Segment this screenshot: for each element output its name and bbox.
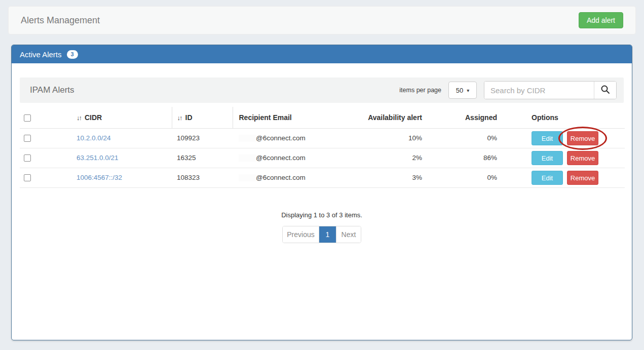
sort-icon[interactable]: ↓↑: [77, 114, 81, 122]
active-alerts-panel: Active Alerts 3 IPAM Alerts items per pa…: [11, 45, 632, 340]
redacted-email-user: [239, 154, 256, 162]
availability-value: 2%: [355, 148, 426, 168]
availability-value: 3%: [355, 168, 426, 187]
items-per-page-value: 50: [456, 87, 463, 94]
count-badge: 3: [67, 50, 78, 59]
cidr-link[interactable]: 10.2.0.0/24: [77, 134, 111, 142]
table-header-row: ↓↑CIDR ↓↑ID Recipient Email Availability…: [20, 107, 625, 128]
table-toolbar: IPAM Alerts items per page 50 ▾: [20, 77, 624, 103]
cidr-link[interactable]: 1006:4567::/32: [77, 174, 122, 181]
table-title: IPAM Alerts: [30, 85, 74, 95]
row-checkbox[interactable]: [24, 135, 31, 142]
search-input[interactable]: [484, 82, 594, 99]
availability-value: 10%: [355, 128, 426, 148]
redacted-email-user: [239, 174, 256, 181]
remove-button[interactable]: Remove: [567, 151, 598, 165]
edit-button[interactable]: Edit: [532, 171, 563, 185]
items-per-page-label: items per page: [399, 87, 441, 94]
assigned-value: 0%: [426, 128, 501, 148]
column-header-id[interactable]: ↓↑ID: [172, 107, 233, 128]
page-header: Alerts Management Add alert: [8, 6, 636, 34]
table-row: 63.251.0.0/21 16325 @6connect.com 2% 86%…: [20, 148, 625, 168]
remove-button[interactable]: Remove: [567, 171, 598, 185]
next-page-button[interactable]: Next: [336, 226, 361, 243]
redacted-email-user: [239, 135, 256, 142]
recipient-email: @6connect.com: [256, 154, 306, 162]
panel-body: IPAM Alerts items per page 50 ▾: [12, 63, 632, 251]
select-all-checkbox[interactable]: [24, 114, 31, 122]
recipient-email: @6connect.com: [256, 134, 306, 142]
column-header-email: Recipient Email: [233, 107, 355, 128]
panel-title: Active Alerts: [20, 50, 62, 59]
chevron-down-icon: ▾: [467, 88, 469, 93]
remove-button[interactable]: Remove: [567, 131, 598, 145]
search-icon: [600, 85, 610, 96]
cidr-link[interactable]: 63.251.0.0/21: [77, 154, 119, 162]
sort-icon[interactable]: ↓↑: [177, 114, 182, 122]
alert-id: 108323: [172, 168, 233, 187]
table-row: 1006:4567::/32 108323 @6connect.com 3% 0…: [20, 168, 625, 187]
previous-page-button[interactable]: Previous: [283, 226, 319, 243]
panel-header: Active Alerts 3: [12, 45, 632, 63]
toolbar-controls: items per page 50 ▾: [399, 81, 617, 99]
alerts-table: ↓↑CIDR ↓↑ID Recipient Email Availability…: [20, 107, 625, 188]
pagination-group: Previous 1 Next: [282, 226, 361, 243]
table-row: 10.2.0.0/24 109923 @6connect.com 10% 0% …: [20, 128, 625, 148]
alert-id: 16325: [172, 148, 233, 168]
row-checkbox[interactable]: [24, 174, 31, 181]
edit-button[interactable]: Edit: [532, 131, 563, 145]
assigned-value: 86%: [426, 148, 501, 168]
search-button[interactable]: [594, 82, 616, 99]
edit-button[interactable]: Edit: [532, 151, 563, 165]
page-number-button[interactable]: 1: [319, 226, 336, 243]
row-checkbox[interactable]: [24, 154, 31, 162]
column-header-options: Options: [501, 107, 625, 128]
results-summary: Displaying 1 to 3 of 3 items.: [20, 211, 624, 219]
screen: Alerts Management Add alert Active Alert…: [0, 0, 644, 350]
search-group: [484, 81, 617, 99]
recipient-email: @6connect.com: [256, 174, 306, 181]
alert-id: 109923: [172, 128, 233, 148]
column-header-cidr[interactable]: ↓↑CIDR: [71, 107, 172, 128]
items-per-page-select[interactable]: 50 ▾: [448, 82, 477, 99]
column-header-assigned: Assigned: [426, 107, 501, 128]
add-alert-button[interactable]: Add alert: [579, 12, 623, 28]
column-header-availability: Availability alert: [355, 107, 426, 128]
pagination: Previous 1 Next: [20, 226, 624, 243]
assigned-value: 0%: [426, 168, 501, 187]
page-title: Alerts Management: [21, 15, 100, 26]
